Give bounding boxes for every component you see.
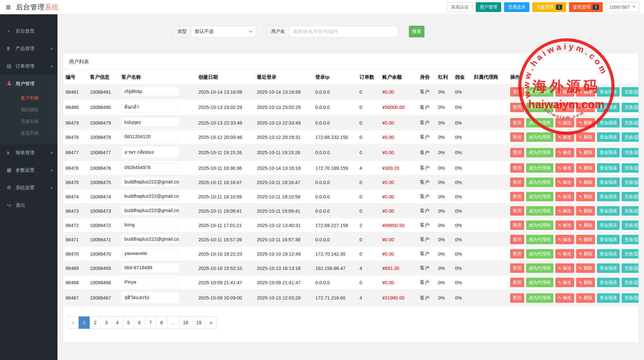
action-button-修改[interactable]: ✎修改 [555,148,574,157]
sidebar-subitem-提现列表[interactable]: 提现列表 [0,127,57,139]
action-button-删除[interactable]: ✎删除 [576,192,595,201]
action-button-成为代理商[interactable]: 成为代理商 [526,192,553,201]
action-button-充值/提现[interactable]: 充值/提现 [622,249,638,259]
action-button-充值/提现[interactable]: 充值/提现 [622,178,638,187]
action-button-修改[interactable]: ✎修改 [555,249,574,259]
action-button-资金报表[interactable]: 资金报表 [597,192,620,201]
action-button-资金报表[interactable]: 资金报表 [597,263,620,273]
action-button-成为代理商[interactable]: 成为代理商 [526,87,553,97]
nav-button-实名认证[interactable]: 实名认证 [447,2,473,12]
action-button-成为代理商[interactable]: 成为代理商 [526,235,553,244]
nav-button-充值管理[interactable]: 充值管理1 [532,2,566,12]
page-button-7[interactable]: 7 [145,316,156,329]
action-button-禁用[interactable]: 禁用 [510,263,524,273]
action-button-删除[interactable]: ✎删除 [576,263,595,273]
action-button-资金报表[interactable]: 资金报表 [597,206,620,216]
name-input-box[interactable]: buddhaplus222@gmail.cor [121,206,179,215]
sidebar-item-后台首页[interactable]: ◔后台首页 [0,22,57,40]
action-button-修改[interactable]: ✎修改 [555,206,574,216]
page-button-5[interactable]: 5 [123,316,134,329]
action-button-修改[interactable]: ✎修改 [555,103,574,112]
action-button-禁用[interactable]: 禁用 [510,293,524,303]
sidebar-item-退出[interactable]: ↪退出 [0,196,57,214]
action-button-删除[interactable]: ✎删除 [576,249,595,259]
action-button-充值/提现[interactable]: 充值/提现 [622,278,638,287]
type-select[interactable]: 默认不选 [191,26,256,37]
action-button-删除[interactable]: ✎删除 [576,278,595,287]
action-button-成为代理商[interactable]: 成为代理商 [526,293,553,303]
action-button-删除[interactable]: ✎删除 [576,178,595,187]
name-input-box[interactable]: kslvjqez [121,118,179,127]
name-input-box[interactable]: 0926454978 [121,163,179,172]
name-input-box[interactable]: buddhaplus222@gmail.cor [121,177,179,186]
action-button-成为代理商[interactable]: 成为代理商 [526,206,553,216]
action-button-成为代理商[interactable]: 成为代理商 [526,118,553,127]
action-button-修改[interactable]: ✎修改 [555,178,574,187]
page-button-18[interactable]: 18 [179,316,193,329]
name-input-box[interactable]: 0831204120 [121,132,179,141]
action-button-删除[interactable]: ✎删除 [576,103,595,112]
sidebar-subitem-充值列表[interactable]: 充值列表 [0,116,57,127]
action-button-资金报表[interactable]: 资金报表 [597,178,620,187]
sidebar-item-参数设置[interactable]: ▦参数设置▸ [0,161,57,179]
page-button-1[interactable]: 1 [79,316,90,329]
name-input-box[interactable]: ต้นกล้า [121,101,179,113]
action-button-充值/提现[interactable]: 充值/提现 [622,192,638,201]
action-button-成为代理商[interactable]: 成为代理商 [526,148,553,157]
page-button-«[interactable]: « [68,316,79,329]
action-button-资金报表[interactable]: 资金报表 [597,118,620,127]
action-button-充值/提现[interactable]: 充值/提现 [622,263,638,273]
name-input-box[interactable]: 064-8718498 [121,263,179,272]
action-button-资金报表[interactable]: 资金报表 [597,235,620,244]
action-button-成为代理商[interactable]: 成为代理商 [526,178,553,187]
action-button-成为代理商[interactable]: 成为代理商 [526,263,553,273]
action-button-充值/提现[interactable]: 充值/提现 [622,87,638,97]
sidebar-item-报表管理[interactable]: ¥报表管理▸ [0,144,57,161]
page-button-...[interactable]: ... [167,316,179,329]
action-button-充值/提现[interactable]: 充值/提现 [622,118,638,127]
action-button-修改[interactable]: ✎修改 [555,220,574,230]
username-input[interactable] [289,26,398,37]
action-button-成为代理商[interactable]: 成为代理商 [526,249,553,259]
name-input-box[interactable]: สุติวัดแสงรุ่ง [121,292,179,303]
action-button-删除[interactable]: ✎删除 [576,148,595,157]
action-button-资金报表[interactable]: 资金报表 [597,293,620,303]
search-button[interactable]: 搜索 [409,26,424,37]
sidebar-item-系统设置[interactable]: ⚙系统设置▸ [0,179,57,196]
action-button-修改[interactable]: ✎修改 [555,235,574,244]
name-input-box[interactable]: chjd6t4p [121,87,179,96]
page-button-19[interactable]: 19 [192,316,206,329]
action-button-成为代理商[interactable]: 成为代理商 [526,220,553,230]
action-button-禁用[interactable]: 禁用 [510,206,524,216]
name-input-box[interactable]: buddhaplus222@gmail.cor [121,192,179,201]
action-button-修改[interactable]: ✎修改 [555,132,574,142]
sidebar-item-用户管理[interactable]: 用户管理 [0,75,57,92]
sidebar-subitem-我的团队[interactable]: 我的团队 [0,104,57,116]
action-button-禁用[interactable]: 禁用 [510,103,524,112]
action-button-禁用[interactable]: 禁用 [510,249,524,259]
action-button-资金报表[interactable]: 资金报表 [597,132,620,142]
action-button-资金报表[interactable]: 资金报表 [597,249,620,259]
action-button-修改[interactable]: ✎修改 [555,293,574,303]
action-button-充值/提现[interactable]: 充值/提现 [622,220,638,230]
action-button-资金报表[interactable]: 资金报表 [597,103,620,112]
action-button-禁用[interactable]: 禁用 [510,87,524,97]
action-button-充值/提现[interactable]: 充值/提现 [622,206,638,216]
page-button-3[interactable]: 3 [101,316,112,329]
action-button-资金报表[interactable]: 资金报表 [597,220,620,230]
action-button-禁用[interactable]: 禁用 [510,163,524,173]
action-button-删除[interactable]: ✎删除 [576,87,595,97]
nav-button-交易流水[interactable]: 交易流水 [504,2,529,12]
action-button-充值/提现[interactable]: 充值/提现 [622,293,638,303]
action-button-删除[interactable]: ✎删除 [576,235,595,244]
action-button-充值/提现[interactable]: 充值/提现 [622,132,638,142]
name-input-box[interactable]: อาพร กลัดทอง [121,146,179,158]
name-input-box[interactable]: kong [121,220,179,229]
action-button-资金报表[interactable]: 资金报表 [597,87,620,97]
action-button-修改[interactable]: ✎修改 [555,163,574,173]
action-button-修改[interactable]: ✎修改 [555,263,574,273]
name-input-box[interactable]: Pinya [121,277,179,287]
action-button-成为代理商[interactable]: 成为代理商 [526,278,553,287]
nav-button-提现管理[interactable]: 提现管理3 [569,2,603,12]
action-button-修改[interactable]: ✎修改 [555,87,574,97]
